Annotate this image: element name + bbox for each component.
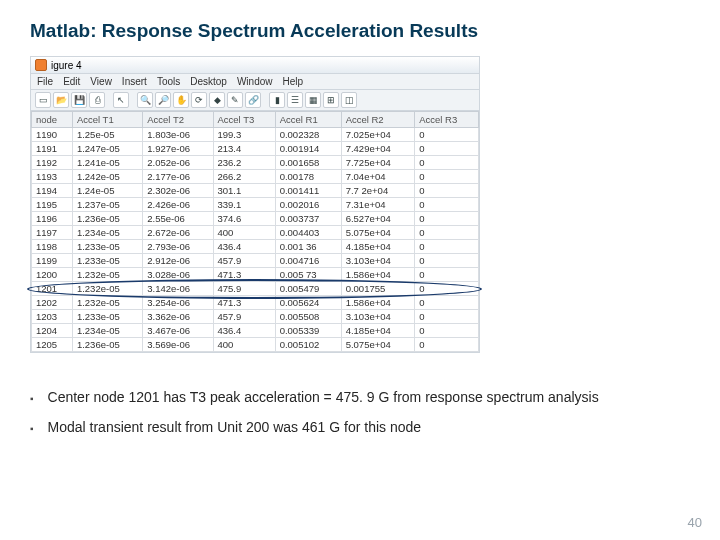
cell: 3.103e+04 <box>341 310 415 324</box>
cell: 374.6 <box>213 212 275 226</box>
colorbar-icon[interactable]: ▮ <box>269 92 285 108</box>
cell: 0 <box>415 212 479 226</box>
cell: 1.233e-05 <box>72 240 142 254</box>
column-header[interactable]: Accel T1 <box>72 112 142 128</box>
table-row[interactable]: 11911.247e-051.927e-06213.40.0019147.429… <box>32 142 479 156</box>
cell: 1195 <box>32 198 73 212</box>
cell: 400 <box>213 226 275 240</box>
window-titlebar[interactable]: igure 4 <box>31 57 479 74</box>
bullets: Center node 1201 has T3 peak acceleratio… <box>30 389 690 439</box>
table-row[interactable]: 12051.236e-053.569e-064000.0051025.075e+… <box>32 338 479 352</box>
cell: 0.001411 <box>275 184 341 198</box>
cell: 0 <box>415 184 479 198</box>
table-row[interactable]: 11991.233e-052.912e-06457.90.0047163.103… <box>32 254 479 268</box>
cell: 5.075e+04 <box>341 226 415 240</box>
cell: 1201 <box>32 282 73 296</box>
matlab-figure-window: igure 4 FileEditViewInsertToolsDesktopWi… <box>30 56 480 353</box>
menu-help[interactable]: Help <box>283 76 304 87</box>
cell: 0.001658 <box>275 156 341 170</box>
table-row[interactable]: 12001.232e-053.028e-06471.30.005 731.586… <box>32 268 479 282</box>
cell: 7.429e+04 <box>341 142 415 156</box>
cell: 1.232e-05 <box>72 268 142 282</box>
cell: 2.426e-06 <box>143 198 213 212</box>
column-header[interactable]: Accel T3 <box>213 112 275 128</box>
save-icon[interactable]: 💾 <box>71 92 87 108</box>
cell: 6.527e+04 <box>341 212 415 226</box>
table-row[interactable]: 12041.234e-053.467e-06436.40.0053394.185… <box>32 324 479 338</box>
column-header[interactable]: Accel R3 <box>415 112 479 128</box>
rotate-icon[interactable]: ⟳ <box>191 92 207 108</box>
menu-desktop[interactable]: Desktop <box>190 76 227 87</box>
table-row[interactable]: 11931.242e-052.177e-06266.20.001787.04e+… <box>32 170 479 184</box>
menu-tools[interactable]: Tools <box>157 76 180 87</box>
cell: 1.247e-05 <box>72 142 142 156</box>
cell: 3.142e-06 <box>143 282 213 296</box>
menu-file[interactable]: File <box>37 76 53 87</box>
column-header[interactable]: Accel R2 <box>341 112 415 128</box>
hide-icon[interactable]: ▦ <box>305 92 321 108</box>
cell: 3.569e-06 <box>143 338 213 352</box>
axes-icon[interactable]: ◫ <box>341 92 357 108</box>
data-cursor-icon[interactable]: ◆ <box>209 92 225 108</box>
cell: 1192 <box>32 156 73 170</box>
cell: 1190 <box>32 128 73 142</box>
print-icon[interactable]: ⎙ <box>89 92 105 108</box>
cell: 0 <box>415 254 479 268</box>
cell: 2.55e-06 <box>143 212 213 226</box>
arrow-icon[interactable]: ↖ <box>113 92 129 108</box>
cell: 1.24e-05 <box>72 184 142 198</box>
zoom-out-icon[interactable]: 🔎 <box>155 92 171 108</box>
cell: 199.3 <box>213 128 275 142</box>
menu-window[interactable]: Window <box>237 76 273 87</box>
pan-icon[interactable]: ✋ <box>173 92 189 108</box>
table-row[interactable]: 11971.234e-052.672e-064000.0044035.075e+… <box>32 226 479 240</box>
cell: 436.4 <box>213 240 275 254</box>
table-row[interactable]: 12021.232e-053.254e-06471.30.0056241.586… <box>32 296 479 310</box>
cell: 0 <box>415 156 479 170</box>
cell: 0 <box>415 142 479 156</box>
cell: 236.2 <box>213 156 275 170</box>
menu-edit[interactable]: Edit <box>63 76 80 87</box>
table-row[interactable]: 11941.24e-052.302e-06301.10.0014117.7 2e… <box>32 184 479 198</box>
cell: 7.725e+04 <box>341 156 415 170</box>
menu-insert[interactable]: Insert <box>122 76 147 87</box>
table-row[interactable]: 11901.25e-051.803e-06199.30.0023287.025e… <box>32 128 479 142</box>
column-header[interactable]: Accel R1 <box>275 112 341 128</box>
menu-view[interactable]: View <box>90 76 112 87</box>
cell: 3.467e-06 <box>143 324 213 338</box>
cell: 0 <box>415 310 479 324</box>
cell: 1197 <box>32 226 73 240</box>
cell: 1196 <box>32 212 73 226</box>
cell: 1194 <box>32 184 73 198</box>
table-row[interactable]: 11961.236e-052.55e-06374.60.0037376.527e… <box>32 212 479 226</box>
table-row[interactable]: 12031.233e-053.362e-06457.90.0055083.103… <box>32 310 479 324</box>
cell: 471.3 <box>213 296 275 310</box>
column-header[interactable]: node <box>32 112 73 128</box>
cell: 0.001 36 <box>275 240 341 254</box>
cell: 471.3 <box>213 268 275 282</box>
cell: 0 <box>415 268 479 282</box>
cell: 0.005479 <box>275 282 341 296</box>
brush-icon[interactable]: ✎ <box>227 92 243 108</box>
table-row[interactable]: 11981.233e-052.793e-06436.40.001 364.185… <box>32 240 479 254</box>
link-icon[interactable]: 🔗 <box>245 92 261 108</box>
table-row[interactable]: 11951.237e-052.426e-06339.10.0020167.31e… <box>32 198 479 212</box>
table-row[interactable]: 12011.232e-053.142e-06475.90.0054790.001… <box>32 282 479 296</box>
open-icon[interactable]: 📂 <box>53 92 69 108</box>
cell: 0 <box>415 226 479 240</box>
column-header[interactable]: Accel T2 <box>143 112 213 128</box>
cell: 0.004403 <box>275 226 341 240</box>
cell: 0.005 73 <box>275 268 341 282</box>
new-file-icon[interactable]: ▭ <box>35 92 51 108</box>
cell: 213.4 <box>213 142 275 156</box>
cell: 0 <box>415 198 479 212</box>
zoom-in-icon[interactable]: 🔍 <box>137 92 153 108</box>
grid-icon[interactable]: ⊞ <box>323 92 339 108</box>
table-row[interactable]: 11921.241e-052.052e-06236.20.0016587.725… <box>32 156 479 170</box>
slide-title: Matlab: Response Spectrum Acceleration R… <box>30 20 690 42</box>
results-table[interactable]: nodeAccel T1Accel T2Accel T3Accel R1Acce… <box>31 111 479 352</box>
cell: 475.9 <box>213 282 275 296</box>
cell: 0.001914 <box>275 142 341 156</box>
cell: 1204 <box>32 324 73 338</box>
legend-icon[interactable]: ☰ <box>287 92 303 108</box>
